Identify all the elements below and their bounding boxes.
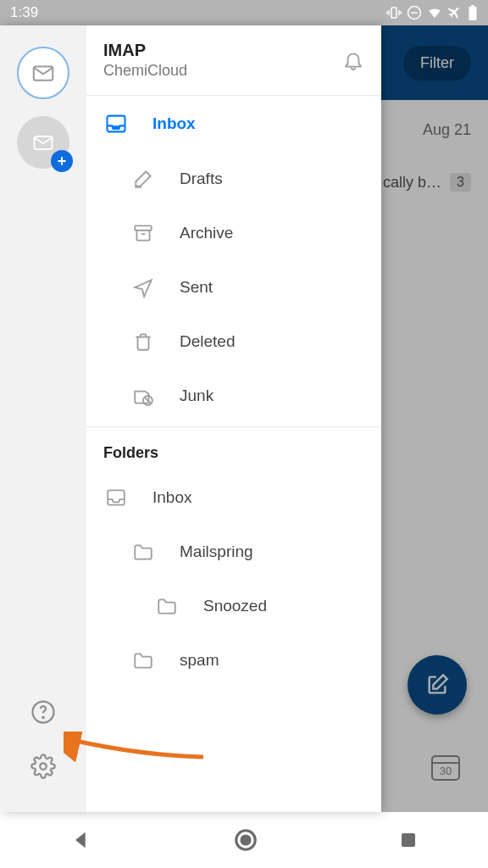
vibrate-icon: [386, 5, 402, 20]
calendar-button[interactable]: 30: [429, 749, 463, 787]
drawer: IMAP ChemiCloud Inbox Drafts Archive Sen…: [0, 25, 381, 812]
account-avatar-active[interactable]: [17, 47, 69, 99]
folder-inbox[interactable]: Inbox: [86, 96, 381, 152]
recents-button[interactable]: [398, 830, 419, 850]
folder-junk[interactable]: Junk: [86, 369, 381, 423]
drawer-rail: [0, 25, 86, 812]
folder-label: Inbox: [152, 488, 191, 507]
status-bar: 1:39: [0, 0, 488, 25]
folder-sent[interactable]: Sent: [86, 260, 381, 314]
back-button[interactable]: [69, 828, 93, 852]
folder-label: Mailspring: [180, 542, 253, 561]
svg-rect-21: [135, 225, 152, 230]
compose-icon: [425, 673, 449, 697]
inbox-icon: [104, 112, 128, 136]
battery-icon: [468, 5, 478, 20]
subfolder-mailspring[interactable]: Mailspring: [86, 525, 381, 579]
account-type: IMAP: [103, 41, 187, 60]
svg-rect-7: [469, 7, 477, 20]
folders-section-title: Folders: [86, 427, 381, 470]
sent-icon: [132, 276, 154, 298]
svg-marker-27: [75, 832, 86, 849]
svg-point-17: [42, 717, 44, 719]
gear-icon: [30, 754, 56, 779]
trash-icon: [132, 331, 154, 353]
svg-point-29: [241, 836, 250, 844]
drawer-main: IMAP ChemiCloud Inbox Drafts Archive Sen…: [86, 25, 381, 812]
filter-button[interactable]: Filter: [403, 46, 471, 81]
message-snippet: cally b…: [383, 174, 441, 192]
airplane-icon: [447, 5, 463, 20]
plus-icon: [55, 154, 69, 168]
status-time: 1:39: [10, 4, 38, 21]
folder-drafts[interactable]: Drafts: [86, 152, 381, 206]
plus-badge: [51, 150, 73, 172]
envelope-icon: [30, 60, 56, 86]
folder-deleted[interactable]: Deleted: [86, 314, 381, 369]
folder-label: Inbox: [152, 114, 196, 133]
folder-label: Deleted: [180, 332, 236, 351]
help-button[interactable]: [30, 699, 56, 728]
bell-icon[interactable]: [342, 49, 364, 71]
message-count-badge: 3: [450, 173, 471, 192]
dnd-icon: [407, 5, 422, 20]
folder-label: Junk: [180, 387, 214, 405]
svg-text:30: 30: [440, 765, 452, 777]
archive-icon: [132, 222, 154, 244]
folder-archive[interactable]: Archive: [86, 206, 381, 260]
envelope-icon: [31, 131, 55, 154]
wifi-icon: [427, 5, 442, 20]
svg-rect-30: [402, 833, 415, 847]
status-icons: [386, 5, 478, 20]
subfolder-inbox[interactable]: Inbox: [86, 470, 381, 525]
account-name: ChemiCloud: [103, 62, 187, 80]
compose-button[interactable]: [408, 655, 467, 715]
junk-icon: [132, 385, 154, 407]
folder-label: Drafts: [180, 170, 223, 188]
android-nav-bar: [0, 812, 488, 868]
subfolder-snoozed[interactable]: Snoozed: [86, 579, 381, 633]
account-header[interactable]: IMAP ChemiCloud: [86, 25, 381, 96]
help-icon: [30, 699, 56, 725]
add-account-button[interactable]: [17, 116, 69, 169]
folder-icon: [156, 595, 178, 617]
folder-label: spam: [180, 651, 219, 670]
drafts-icon: [132, 168, 154, 190]
svg-rect-8: [471, 5, 474, 7]
inbox-icon: [105, 487, 127, 509]
subfolder-spam[interactable]: spam: [86, 633, 381, 687]
svg-rect-0: [391, 8, 396, 18]
folder-label: Archive: [180, 224, 233, 242]
settings-button[interactable]: [30, 754, 56, 782]
folder-icon: [132, 541, 154, 563]
folder-icon: [132, 649, 154, 671]
folder-label: Snoozed: [203, 597, 267, 615]
svg-point-18: [40, 763, 47, 770]
folder-label: Sent: [180, 278, 213, 297]
home-button[interactable]: [233, 827, 258, 853]
